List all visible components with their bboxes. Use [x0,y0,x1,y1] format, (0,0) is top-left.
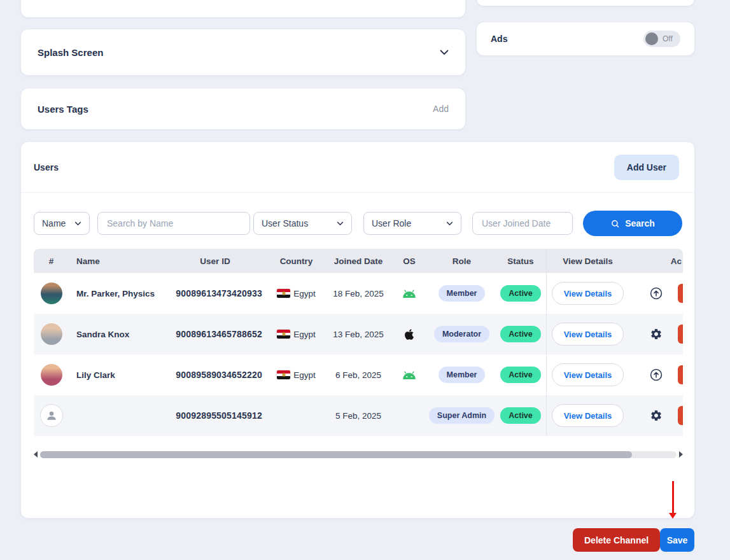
index-cell [34,323,69,345]
users-title: Users [34,162,59,172]
clipped-delete-button[interactable] [678,325,683,344]
view-details-button[interactable]: View Details [552,282,624,305]
joined-date: 13 Feb, 2025 [326,330,390,339]
egypt-flag-icon [277,330,290,339]
header-joined-date: Joined Date [326,256,390,266]
status-badge: Active [500,407,541,424]
partial-card-top-right [476,0,695,6]
search-icon [610,219,620,228]
actions-cell [629,354,683,395]
status-cell: Active [495,407,546,424]
table-body: Mr. Parker, Physics 90089613473420933 Eg… [34,273,683,436]
user-joined-date-input[interactable] [472,212,573,235]
add-user-button[interactable]: Add User [614,155,679,180]
egypt-flag-icon [277,370,290,379]
avatar [41,283,62,304]
user-name: Sandra Knox [69,330,164,339]
search-button[interactable]: Search [583,211,682,236]
index-cell [34,364,69,386]
clipped-delete-button[interactable] [678,406,683,425]
scroll-right-arrow-icon[interactable] [679,451,683,458]
search-button-label: Search [625,218,655,228]
red-annotation-arrow [672,481,674,513]
table-row: 90092895505145912 5 Feb, 2025 Super Admi… [34,395,683,436]
role-cell: Member [428,285,495,302]
scrollbar-track[interactable] [40,451,677,458]
partial-card-top-left [20,0,466,18]
role-cell: Moderator [428,326,495,342]
user-id: 90092895505145912 [164,410,266,421]
delete-channel-button[interactable]: Delete Channel [573,528,660,552]
splash-screen-card: Splash Screen [20,29,466,76]
table-row: Sandra Knox 90089613465788652 Egypt 13 F… [34,314,683,354]
status-cell: Active [495,367,546,383]
header-os: OS [390,256,428,266]
avatar [41,323,62,345]
country-label: Egypt [293,289,316,298]
joined-date: 6 Feb, 2025 [326,370,390,380]
joined-date: 18 Feb, 2025 [326,289,390,298]
users-table: # Name User ID Country Joined Date OS Ro… [34,249,683,436]
os-cell [390,289,428,298]
user-status-select[interactable]: User Status [253,212,352,235]
user-role-value: User Role [372,218,411,228]
header-country: Country [266,256,326,266]
os-cell [390,328,428,340]
header-user-id: User ID [164,256,266,266]
android-icon [402,370,417,380]
actions-cell [629,273,683,314]
chevron-down-icon[interactable] [440,50,449,55]
user-name: Lily Clark [69,370,164,380]
view-details-cell: View Details [546,273,629,314]
upload-icon[interactable] [649,368,663,382]
scrollbar-thumb[interactable] [40,451,632,458]
clipped-delete-button[interactable] [678,284,683,303]
ads-card: Ads Off [476,22,695,56]
header-name: Name [69,256,164,266]
role-cell: Super Admin [428,407,495,424]
role-badge: Member [439,285,486,302]
status-badge: Active [500,285,541,302]
apple-icon [404,328,414,340]
chevron-down-icon [446,221,453,226]
country-label: Egypt [293,330,316,339]
search-field-select[interactable]: Name [34,212,90,235]
status-badge: Active [500,326,541,342]
status-cell: Active [495,285,546,302]
user-role-select[interactable]: User Role [363,212,461,235]
ads-toggle[interactable]: Off [643,31,680,47]
os-cell [390,370,428,380]
splash-screen-title: Splash Screen [38,47,103,58]
joined-date: 5 Feb, 2025 [326,411,390,421]
upload-icon[interactable] [649,286,663,300]
role-badge: Member [439,367,486,383]
users-card-header: Users Add User [21,142,694,193]
country-cell: Egypt [266,289,326,298]
view-details-cell: View Details [546,354,629,395]
role-cell: Member [428,367,495,383]
android-icon [402,289,417,298]
user-id: 90089613473420933 [164,288,266,298]
add-tag-link[interactable]: Add [433,104,449,114]
search-by-name-input[interactable] [97,212,250,235]
horizontal-scrollbar[interactable] [34,450,683,459]
status-badge: Active [500,367,541,383]
view-details-button[interactable]: View Details [552,363,624,386]
actions-cell [629,314,683,354]
settings-gear-icon[interactable] [650,409,663,422]
save-button[interactable]: Save [660,528,694,552]
egypt-flag-icon [277,289,290,298]
view-details-button[interactable]: View Details [552,323,624,346]
avatar [41,364,62,386]
settings-gear-icon[interactable] [650,328,663,340]
clipped-delete-button[interactable] [678,365,683,384]
view-details-button[interactable]: View Details [552,404,624,427]
status-cell: Active [495,326,546,342]
user-name: Mr. Parker, Physics [69,289,164,298]
scroll-left-arrow-icon[interactable] [34,451,38,458]
country-cell: Egypt [266,330,326,339]
header-role: Role [428,256,495,266]
avatar [40,404,63,427]
index-cell [34,404,69,427]
users-card: Users Add User Name User Status User Rol… [20,141,695,519]
